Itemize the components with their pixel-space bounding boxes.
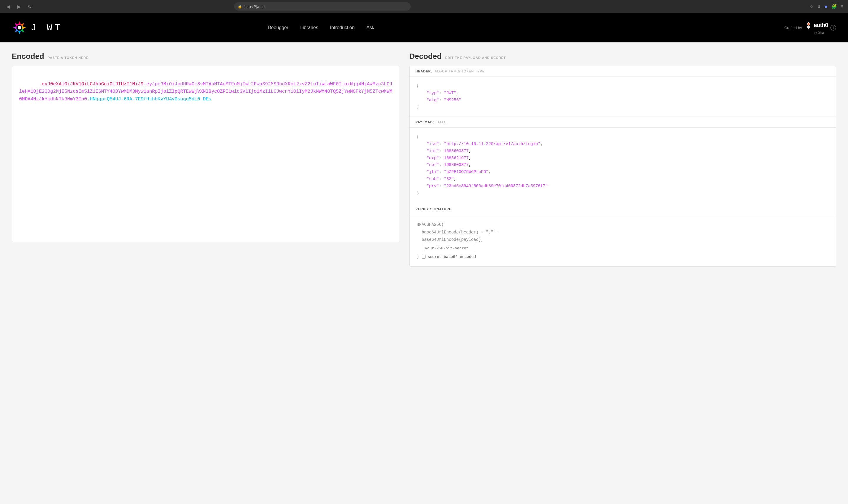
nav-debugger[interactable]: Debugger xyxy=(268,25,288,30)
decoded-sections: HEADER: ALGORITHM & TOKEN TYPE { "typ": … xyxy=(409,66,836,267)
payload-content[interactable]: { "iss": "http://10.10.11.220/api/v1/aut… xyxy=(410,128,836,202)
dot1: . xyxy=(143,82,146,87)
info-icon[interactable]: i xyxy=(830,25,836,31)
bookmark-icon[interactable]: ☆ xyxy=(809,4,814,10)
crafted-by-text: Crafted by xyxy=(784,25,802,30)
header-sublabel: ALGORITHM & TOKEN TYPE xyxy=(435,70,485,73)
verify-content: HMACSHA256( base64UrlEncode(header) + ".… xyxy=(410,215,836,266)
verify-label: VERIFY SIGNATURE xyxy=(415,207,452,211)
download-icon[interactable]: ⬇ xyxy=(817,4,821,10)
encoded-title: Encoded PASTE A TOKEN HERE xyxy=(12,52,400,61)
site-header: J WT Debugger Libraries Introduction Ask… xyxy=(0,13,848,42)
decoded-subtitle: EDIT THE PAYLOAD AND SECRET xyxy=(445,56,506,59)
payload-label: PAYLOAD: xyxy=(415,121,434,124)
verify-header: VERIFY SIGNATURE xyxy=(410,202,836,215)
encoded-box[interactable]: eyJ0eXAiOiJKV1QiLCJhbGciOiJIUzI1NiJ9.eyJ… xyxy=(12,66,400,242)
auth0-brand: auth0 xyxy=(805,21,828,31)
decoded-panel: Decoded EDIT THE PAYLOAD AND SECRET HEAD… xyxy=(409,52,836,494)
browser-chrome: ◀ ▶ ↻ 🔒 https://jwt.io ☆ ⬇ ● 🧩 ≡ xyxy=(0,0,848,13)
browser-toolbar: ☆ ⬇ ● 🧩 ≡ xyxy=(809,3,843,10)
jwt-logo-icon xyxy=(12,20,27,35)
base64-checkbox-label: secret base64 encoded xyxy=(428,253,476,260)
auth0-logo: auth0 by Okta xyxy=(805,21,828,34)
encoded-panel: Encoded PASTE A TOKEN HERE eyJ0eXAiOiJKV… xyxy=(12,52,400,494)
base64-checkbox[interactable] xyxy=(422,255,426,259)
forward-button[interactable]: ▶ xyxy=(15,3,22,10)
refresh-button[interactable]: ↻ xyxy=(26,3,33,10)
payload-section-header: PAYLOAD: DATA xyxy=(410,117,836,128)
menu-icon[interactable]: ≡ xyxy=(841,4,843,9)
url-text: https://jwt.io xyxy=(245,4,265,9)
encoded-title-text: Encoded xyxy=(12,52,44,61)
extension-icon[interactable]: 🧩 xyxy=(831,4,837,10)
decoded-title-text: Decoded xyxy=(409,52,442,61)
secret-row: ) secret base64 encoded xyxy=(417,253,829,260)
address-bar[interactable]: 🔒 https://jwt.io xyxy=(234,2,411,11)
encoded-subtitle: PASTE A TOKEN HERE xyxy=(48,56,89,59)
verify-line2: base64UrlEncode(header) + "." + xyxy=(422,230,498,235)
header-section: HEADER: ALGORITHM & TOKEN TYPE { "typ": … xyxy=(409,66,836,117)
dot2: . xyxy=(87,96,90,102)
logo-text: J WT xyxy=(31,22,63,33)
nav-introduction[interactable]: Introduction xyxy=(330,25,355,30)
verify-section: VERIFY SIGNATURE HMACSHA256( base64UrlEn… xyxy=(409,202,836,267)
svg-point-0 xyxy=(18,26,21,30)
crafted-by-area: Crafted by auth0 by Okta i xyxy=(784,21,836,34)
token-header-part: eyJ0eXAiOiJKV1QiLCJhbGciOiJIUzI1NiJ9 xyxy=(42,82,144,87)
jwt-token-display[interactable]: eyJ0eXAiOiJKV1QiLCJhbGciOiJIUzI1NiJ9.eyJ… xyxy=(19,73,393,111)
auth0-sub-text: by Okta xyxy=(814,31,824,34)
profile-icon[interactable]: ● xyxy=(825,3,828,10)
header-label: HEADER: xyxy=(415,70,432,73)
header-content[interactable]: { "typ": "JWT", "alg": "HS256" } xyxy=(410,77,836,116)
payload-sublabel: DATA xyxy=(437,121,446,124)
logo-area: J WT xyxy=(12,20,63,35)
decoded-title: Decoded EDIT THE PAYLOAD AND SECRET xyxy=(409,52,836,61)
main-content: Encoded PASTE A TOKEN HERE eyJ0eXAiOiJKV… xyxy=(0,42,848,504)
auth0-icon xyxy=(805,21,813,30)
payload-section: PAYLOAD: DATA { "iss": "http://10.10.11.… xyxy=(409,117,836,202)
header-section-header: HEADER: ALGORITHM & TOKEN TYPE xyxy=(410,66,836,77)
verify-line3: base64UrlEncode(payload), xyxy=(422,237,484,242)
verify-fn-text: HMACSHA256( xyxy=(417,222,444,227)
token-signature-part: HNqqprQ54UJ-6RA-7E9fHjhhKvYU4v0sugq5di0_… xyxy=(90,96,212,102)
back-button[interactable]: ◀ xyxy=(5,3,12,10)
main-nav: Debugger Libraries Introduction Ask xyxy=(268,25,374,30)
nav-ask[interactable]: Ask xyxy=(366,25,374,30)
secret-input[interactable] xyxy=(422,245,475,252)
nav-libraries[interactable]: Libraries xyxy=(300,25,318,30)
verify-close: ) xyxy=(417,253,419,260)
